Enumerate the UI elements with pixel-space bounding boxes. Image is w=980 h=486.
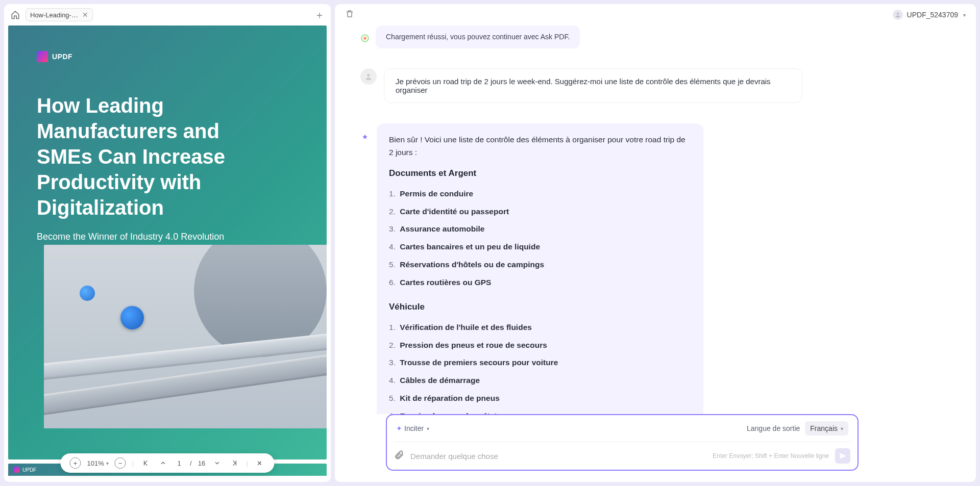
paperclip-icon — [394, 450, 404, 460]
input-hint: Enter Envoyer; Shift + Enter Nouvelle li… — [713, 452, 829, 459]
send-icon — [839, 452, 847, 460]
ai-avatar-icon — [360, 34, 370, 43]
last-page-button[interactable] — [229, 457, 240, 469]
home-button[interactable] — [9, 9, 21, 21]
zoom-in-button[interactable]: + — [69, 457, 81, 469]
ai-list-item: Kit de réparation de pneus — [389, 390, 691, 407]
page-toolbar: + 101%▾ − | / 16 | ✕ — [60, 453, 274, 473]
system-message: Chargement réussi, vous pouvez continuer… — [376, 25, 580, 48]
system-text: Chargement réussi, vous pouvez continuer… — [386, 33, 570, 41]
ai-list-item: Trousse de premiers secours pour voiture — [389, 354, 691, 372]
tab-bar: How-Leading-… ✕ ＋ — [4, 4, 331, 25]
chat-messages[interactable]: Chargement réussi, vous pouvez continuer… — [335, 25, 976, 414]
document-subtitle: Become the Winner of Industry 4.0 Revolu… — [37, 232, 298, 242]
ai-list-item: Essuie-glaces en bon état — [389, 407, 691, 414]
svg-point-3 — [367, 74, 370, 76]
attach-button[interactable] — [394, 450, 404, 462]
language-value: Français — [810, 424, 838, 432]
chat-header: UPDF_5243709 ▾ — [335, 4, 976, 25]
brand-name: UPDF — [22, 467, 36, 473]
zoom-out-button[interactable]: − — [115, 457, 126, 469]
ai-list-item: Cartes routières ou GPS — [389, 274, 691, 292]
output-language-label: Langue de sortie — [747, 424, 800, 432]
tab-title: How-Leading-… — [30, 11, 78, 19]
user-avatar-icon — [893, 10, 903, 20]
inciter-label: Inciter — [404, 424, 424, 432]
ai-list-item: Carte d'identité ou passeport — [389, 203, 691, 221]
cover-image — [44, 245, 327, 428]
svg-point-0 — [897, 13, 899, 15]
add-tab-button[interactable]: ＋ — [313, 9, 326, 21]
ai-lead-text: Bien sûr ! Voici une liste de contrôle d… — [389, 134, 691, 159]
zoom-dropdown[interactable]: 101%▾ — [87, 459, 108, 467]
close-toolbar-button[interactable]: ✕ — [254, 457, 265, 469]
ai-message: Bien sûr ! Voici une liste de contrôle d… — [377, 123, 703, 414]
ai-list-item: Réservations d'hôtels ou de campings — [389, 256, 691, 274]
first-page-button[interactable] — [140, 457, 151, 469]
chevron-down-icon: ▾ — [963, 12, 966, 18]
document-tab[interactable]: How-Leading-… ✕ — [26, 8, 93, 21]
composer-area: ✦ Inciter ▾ Langue de sortie Français ▾ … — [335, 414, 976, 482]
composer: ✦ Inciter ▾ Langue de sortie Français ▾ … — [386, 414, 859, 471]
ai-list-item: Assurance automobile — [389, 220, 691, 238]
ai-section-heading: Documents et Argent — [389, 166, 691, 180]
chat-panel: UPDF_5243709 ▾ Chargement réussi, vous p… — [335, 4, 976, 482]
home-icon — [11, 10, 20, 19]
output-language-select[interactable]: Français ▾ — [805, 421, 848, 436]
ai-list-item: Cartes bancaires et un peu de liquide — [389, 238, 691, 256]
close-tab-button[interactable]: ✕ — [82, 11, 88, 19]
send-button[interactable] — [835, 448, 850, 464]
page-number-input[interactable] — [175, 459, 184, 467]
ai-list-item: Câbles de démarrage — [389, 372, 691, 390]
document-title: How Leading Manufacturers and SMEs Can I… — [37, 93, 272, 220]
ai-list-item: Pression des pneus et roue de secours — [389, 337, 691, 354]
chevron-down-icon: ▾ — [427, 426, 429, 431]
zoom-value: 101% — [87, 459, 104, 467]
pdf-page-1: UPDF How Leading Manufacturers and SMEs … — [8, 25, 327, 459]
prev-page-button[interactable] — [157, 457, 168, 469]
ai-avatar-icon — [360, 134, 370, 143]
username: UPDF_5243709 — [907, 11, 958, 19]
brand-name: UPDF — [52, 53, 72, 61]
ai-list-item: Permis de conduire — [389, 185, 691, 203]
message-input[interactable] — [410, 452, 706, 461]
chevron-down-icon: ▾ — [841, 426, 843, 431]
document-viewport[interactable]: UPDF How Leading Manufacturers and SMEs … — [4, 25, 331, 482]
updf-logo-icon — [13, 467, 19, 473]
page-sep: / — [190, 459, 192, 467]
ai-section-list: Vérification de l'huile et des fluidesPr… — [389, 319, 691, 414]
ai-section-heading: Véhicule — [389, 300, 691, 314]
next-page-button[interactable] — [211, 457, 223, 469]
separator: | — [132, 459, 134, 467]
pdf-panel: How-Leading-… ✕ ＋ UPDF How Leading Manuf… — [4, 4, 331, 482]
prompt-suggestions-button[interactable]: ✦ Inciter ▾ — [396, 424, 429, 432]
user-avatar-icon — [360, 68, 377, 85]
updf-logo-icon — [37, 51, 48, 62]
ai-section-list: Permis de conduireCarte d'identité ou pa… — [389, 185, 691, 292]
user-message: Je prévois un road trip de 2 jours le we… — [384, 68, 802, 103]
sparkle-icon: ✦ — [396, 424, 402, 432]
ai-list-item: Vérification de l'huile et des fluides — [389, 319, 691, 337]
ai-message-row: Bien sûr ! Voici une liste de contrôle d… — [360, 123, 859, 414]
svg-point-2 — [363, 37, 366, 40]
separator: | — [246, 459, 248, 467]
clear-chat-button[interactable] — [345, 9, 354, 20]
user-menu[interactable]: UPDF_5243709 ▾ — [893, 10, 966, 20]
trash-icon — [345, 9, 354, 18]
page-total: 16 — [198, 459, 205, 467]
user-message-row: Je prévois un road trip de 2 jours le we… — [360, 68, 859, 103]
